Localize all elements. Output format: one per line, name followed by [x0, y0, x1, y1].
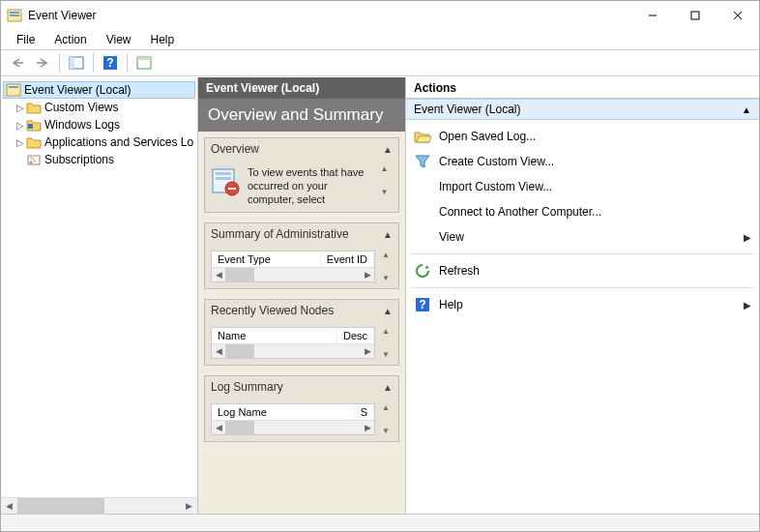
action-label: Create Custom View... — [439, 155, 751, 168]
toolbar-separator — [127, 53, 128, 73]
event-viewer-icon — [6, 82, 21, 98]
forward-button[interactable] — [31, 52, 54, 74]
section-header-logsummary[interactable]: Log Summary ▲ — [205, 376, 398, 398]
collapse-icon[interactable]: ▲ — [383, 382, 393, 393]
center-body: Overview ▲ To view events that have occu… — [198, 132, 405, 514]
logsum-vscroll[interactable]: ▲▼ — [379, 403, 393, 435]
submenu-arrow-icon: ▶ — [744, 232, 751, 243]
collapse-icon[interactable]: ▲ — [383, 144, 393, 155]
back-button[interactable] — [6, 52, 29, 74]
overview-title: Overview and Summary — [198, 99, 405, 132]
action-connect-computer[interactable]: Connect to Another Computer... — [406, 199, 759, 224]
divider — [412, 253, 753, 254]
toolbar: ? — [1, 49, 759, 76]
tree-item-windows-logs[interactable]: ▷ Windows Logs — [3, 116, 195, 133]
section-title: Summary of Administrative — [211, 227, 383, 241]
folder-icon — [26, 134, 42, 150]
help-button[interactable]: ? — [99, 52, 122, 74]
folder-open-icon — [414, 128, 431, 145]
submenu-arrow-icon: ▶ — [744, 300, 751, 310]
tree-item-label: Applications and Services Lo — [44, 135, 193, 149]
tree-pane: Event Viewer (Local) ▷ Custom Views ▷ Wi… — [1, 77, 198, 514]
actions-list: Open Saved Log... Create Custom View... … — [406, 120, 759, 321]
minimize-button[interactable] — [631, 1, 674, 30]
svg-rect-15 — [7, 84, 20, 96]
tree-item-subscriptions[interactable]: Subscriptions — [3, 151, 195, 168]
tree-item-label: Windows Logs — [44, 118, 120, 132]
menubar: File Action View Help — [1, 30, 759, 49]
blank-twisty — [15, 155, 26, 165]
app-icon — [7, 8, 22, 23]
collapse-icon[interactable]: ▲ — [383, 306, 393, 316]
logsummary-list[interactable]: Log Name S ◀▶ — [211, 403, 375, 435]
window-title: Event Viewer — [28, 9, 631, 22]
tree[interactable]: Event Viewer (Local) ▷ Custom Views ▷ Wi… — [1, 77, 197, 497]
section-title: Overview — [211, 142, 383, 156]
recent-list[interactable]: Name Desc ◀▶ — [211, 327, 375, 359]
tree-root-label: Event Viewer (Local) — [24, 83, 132, 97]
scroll-track[interactable] — [17, 498, 181, 515]
collapse-icon[interactable]: ▲ — [383, 229, 393, 240]
maximize-button[interactable] — [674, 1, 716, 30]
folder-icon — [26, 117, 42, 133]
scroll-thumb[interactable] — [17, 498, 104, 515]
blank-icon — [414, 178, 431, 195]
recent-hscroll[interactable]: ◀▶ — [212, 344, 374, 358]
col-event-id[interactable]: Event ID — [321, 251, 374, 267]
action-open-saved-log[interactable]: Open Saved Log... — [406, 124, 759, 149]
col-name[interactable]: Name — [212, 328, 337, 343]
toolbar-separator — [93, 53, 94, 73]
overview-vscroll[interactable]: ▲▼ — [376, 165, 393, 196]
expand-icon[interactable]: ▷ — [15, 120, 26, 131]
recent-vscroll[interactable]: ▲▼ — [379, 327, 393, 359]
actions-subheader[interactable]: Event Viewer (Local) ▲ — [406, 99, 759, 120]
scroll-right-button[interactable]: ▶ — [181, 498, 197, 515]
help-icon: ? — [414, 296, 431, 313]
section-header-summary[interactable]: Summary of Administrative ▲ — [205, 223, 398, 245]
expand-icon[interactable]: ▷ — [15, 103, 26, 113]
col-event-type[interactable]: Event Type — [212, 251, 321, 267]
section-header-recent[interactable]: Recently Viewed Nodes ▲ — [205, 300, 398, 321]
tree-hscrollbar[interactable]: ◀ ▶ — [1, 497, 197, 514]
scroll-left-button[interactable]: ◀ — [1, 498, 17, 515]
svg-rect-16 — [9, 86, 18, 88]
summary-list[interactable]: Event Type Event ID ◀▶ — [211, 251, 375, 282]
logsum-hscroll[interactable]: ◀▶ — [212, 421, 374, 434]
overview-text: To view events that have occurred on you… — [248, 165, 370, 206]
properties-button[interactable] — [132, 52, 156, 74]
expand-icon[interactable]: ▷ — [15, 137, 26, 148]
menu-view[interactable]: View — [99, 31, 139, 48]
action-label: View — [439, 230, 736, 244]
menu-file[interactable]: File — [9, 31, 43, 48]
statusbar — [1, 514, 759, 531]
filter-icon — [414, 153, 431, 170]
close-button[interactable] — [716, 1, 759, 30]
tree-root[interactable]: Event Viewer (Local) — [3, 81, 195, 99]
section-header-overview[interactable]: Overview ▲ — [205, 138, 398, 160]
center-pane: Event Viewer (Local) Overview and Summar… — [198, 77, 406, 514]
col-logname[interactable]: Log Name — [212, 404, 355, 420]
col-s[interactable]: S — [355, 404, 374, 420]
section-overview: Overview ▲ To view events that have occu… — [204, 137, 399, 213]
menu-help[interactable]: Help — [143, 31, 183, 48]
action-create-custom-view[interactable]: Create Custom View... — [406, 149, 759, 174]
tree-item-custom-views[interactable]: ▷ Custom Views — [3, 99, 195, 116]
summary-hscroll[interactable]: ◀▶ — [212, 268, 374, 281]
collapse-icon[interactable]: ▲ — [742, 104, 751, 115]
action-import-custom-view[interactable]: Import Custom View... — [406, 174, 759, 199]
show-tree-button[interactable] — [65, 52, 88, 74]
action-help[interactable]: ? Help ▶ — [406, 292, 759, 317]
folder-icon — [26, 100, 42, 115]
toolbar-separator — [59, 53, 60, 73]
svg-rect-21 — [216, 172, 231, 175]
svg-text:?: ? — [106, 56, 113, 70]
col-desc[interactable]: Desc — [337, 328, 374, 343]
action-refresh[interactable]: Refresh — [406, 258, 759, 283]
summary-vscroll[interactable]: ▲▼ — [379, 251, 393, 282]
actions-sub-title: Event Viewer (Local) — [414, 103, 742, 116]
tree-item-applications[interactable]: ▷ Applications and Services Lo — [3, 133, 195, 151]
action-label: Open Saved Log... — [439, 130, 751, 143]
action-view[interactable]: View ▶ — [406, 224, 759, 250]
main-area: Event Viewer (Local) ▷ Custom Views ▷ Wi… — [1, 76, 759, 514]
menu-action[interactable]: Action — [46, 31, 94, 48]
